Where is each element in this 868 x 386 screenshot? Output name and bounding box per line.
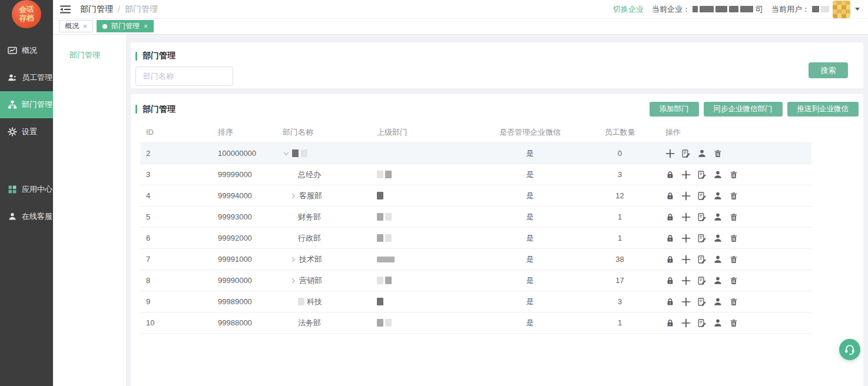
cell-actions (660, 191, 811, 201)
redacted-block (377, 319, 383, 327)
column-header: 是否管理企业微信 (480, 127, 580, 138)
tab-close-icon[interactable]: × (83, 22, 87, 31)
user-action-icon[interactable] (713, 212, 723, 222)
sidebar-item-6[interactable]: 在线客服 (0, 203, 53, 230)
table-action-button-1[interactable]: 添加部门 (650, 102, 699, 117)
switch-company-link[interactable]: 切换企业 (613, 4, 644, 15)
cell-employee-count: 38 (580, 255, 660, 264)
active-tab-dot (102, 24, 107, 29)
collapse-menu-icon[interactable] (60, 5, 71, 14)
user-action-icon[interactable] (713, 170, 723, 179)
cell-department-name: 客服部 (277, 191, 371, 201)
trash-action-icon[interactable] (713, 149, 723, 158)
customer-service-button[interactable] (839, 339, 860, 360)
secondary-sidebar-item[interactable]: 部门管理 (53, 48, 126, 63)
plus-action-icon[interactable] (681, 234, 691, 243)
search-card: 部门管理 搜索 (131, 42, 863, 88)
table-action-button-2[interactable]: 同步企业微信部门 (704, 102, 783, 117)
edit-action-icon[interactable] (681, 149, 691, 158)
user-dropdown-caret-icon[interactable] (855, 8, 860, 11)
search-button[interactable]: 搜索 (809, 62, 848, 78)
tree-expand-icon[interactable] (290, 277, 297, 284)
cell-department-name: 科技 (277, 297, 371, 307)
cell-id: 5 (140, 212, 212, 221)
edit-action-icon[interactable] (697, 276, 707, 285)
user-action-icon[interactable] (713, 234, 723, 243)
lock-action-icon[interactable] (665, 191, 675, 201)
cell-actions (660, 212, 811, 222)
user-action-icon[interactable] (713, 297, 723, 307)
search-card-title-text: 部门管理 (143, 51, 175, 61)
edit-action-icon[interactable] (697, 255, 707, 264)
plus-action-icon[interactable] (681, 276, 691, 285)
edit-action-icon[interactable] (697, 212, 707, 222)
plus-action-icon[interactable] (665, 149, 675, 158)
tree-collapse-icon[interactable] (283, 150, 290, 157)
plus-action-icon[interactable] (681, 212, 691, 222)
trash-action-icon[interactable] (729, 297, 738, 307)
trash-action-icon[interactable] (729, 318, 738, 328)
trash-action-icon[interactable] (729, 255, 738, 264)
headset-icon (843, 343, 856, 356)
lock-action-icon[interactable] (665, 212, 675, 222)
user-action-icon[interactable] (713, 191, 723, 201)
trash-action-icon[interactable] (729, 191, 738, 201)
plus-action-icon[interactable] (681, 170, 691, 179)
edit-action-icon[interactable] (697, 318, 707, 328)
user-action-icon[interactable] (713, 276, 723, 285)
plus-action-icon[interactable] (681, 318, 691, 328)
breadcrumb-current: 部门管理 (125, 4, 158, 15)
trash-action-icon[interactable] (729, 170, 738, 179)
department-name-text: 行政部 (298, 233, 321, 244)
trash-action-icon[interactable] (729, 212, 738, 222)
cell-employee-count: 1 (580, 234, 660, 242)
tab-1[interactable]: 概况× (59, 20, 93, 32)
sidebar-item-1[interactable]: 概况 (0, 37, 53, 64)
tree-expand-icon[interactable] (290, 192, 297, 199)
sidebar-item-4[interactable]: 设置 (0, 118, 53, 145)
plus-action-icon[interactable] (681, 297, 691, 307)
edit-action-icon[interactable] (697, 170, 707, 179)
user-action-icon[interactable] (697, 149, 707, 158)
current-company-redacted (693, 6, 753, 12)
lock-action-icon[interactable] (665, 318, 675, 328)
cell-wechat-managed: 是 (480, 191, 580, 201)
table-body: 2100000000是0399999000总经办是3499994000客服部是1… (140, 143, 811, 334)
settings-icon (8, 127, 17, 137)
current-user-label: 当前用户： (771, 4, 810, 15)
user-avatar[interactable] (833, 1, 850, 18)
edit-action-icon[interactable] (697, 297, 707, 307)
edit-action-icon[interactable] (697, 191, 707, 201)
table-action-button-3[interactable]: 推送到企业微信 (787, 102, 859, 117)
cell-actions (660, 234, 811, 243)
search-card-title: 部门管理 (135, 51, 854, 61)
user-action-icon[interactable] (713, 255, 723, 264)
app-window: 会话 存档 概况员工管理部门管理设置应用中心在线客服 部门管理 / 部门管理 (0, 0, 868, 386)
redacted-block (301, 149, 307, 157)
sidebar-item-3[interactable]: 部门管理 (0, 91, 53, 118)
employees-icon (8, 73, 17, 82)
current-company-label: 当前企业： (652, 4, 690, 15)
tab-2[interactable]: 部门管理× (97, 20, 154, 32)
trash-action-icon[interactable] (729, 276, 738, 285)
department-name-input[interactable] (135, 66, 233, 86)
cell-department-name: 法务部 (277, 318, 371, 328)
breadcrumb-root[interactable]: 部门管理 (80, 4, 113, 15)
tree-expand-icon[interactable] (290, 256, 297, 263)
edit-action-icon[interactable] (697, 234, 707, 243)
tab-close-icon[interactable]: × (144, 22, 148, 31)
cell-parent-department (371, 319, 480, 327)
lock-action-icon[interactable] (665, 170, 675, 179)
lock-action-icon[interactable] (665, 297, 675, 307)
sidebar-item-2[interactable]: 员工管理 (0, 64, 53, 91)
plus-action-icon[interactable] (681, 191, 691, 201)
lock-action-icon[interactable] (665, 234, 675, 243)
sidebar-item-5[interactable]: 应用中心 (0, 176, 53, 203)
lock-action-icon[interactable] (665, 255, 675, 264)
current-user[interactable]: 当前用户： (771, 1, 860, 18)
user-action-icon[interactable] (713, 318, 723, 328)
trash-action-icon[interactable] (729, 234, 738, 243)
lock-action-icon[interactable] (665, 276, 675, 285)
plus-action-icon[interactable] (681, 255, 691, 264)
sidebar-item-label: 概况 (22, 45, 37, 56)
